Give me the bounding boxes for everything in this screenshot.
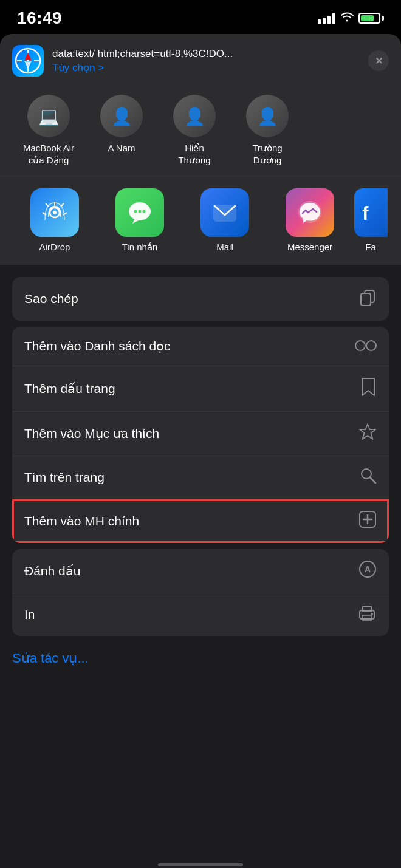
contact-name-anam: A Nam (108, 142, 135, 154)
menu-item-mh-chinh[interactable]: Thêm vào MH chính (12, 499, 389, 543)
svg-line-24 (370, 477, 375, 483)
danh-sach-doc-label: Thêm vào Danh sách đọc (24, 339, 171, 354)
svg-point-9 (53, 211, 57, 214)
svg-marker-6 (24, 52, 32, 61)
muc-ua-thich-label: Thêm vào Mục ưa thích (24, 426, 159, 441)
svg-point-14 (143, 210, 146, 213)
contact-avatar-hienthuong: 👤 (173, 95, 216, 137)
status-bar: 16:49 (0, 0, 401, 34)
app-item-fa[interactable]: f Fa (352, 188, 389, 253)
contact-name-macbook: MacBook Air của Đặng (23, 142, 74, 166)
app-item-tinnhan[interactable]: Tin nhắn (97, 188, 182, 253)
url-bar: data:text/ html;charset=utf-8,%3C!DO... … (0, 34, 401, 85)
svg-text:A: A (365, 564, 371, 574)
fa-app-icon: f (354, 188, 388, 237)
sao-chep-label: Sao chép (24, 292, 78, 306)
app-item-messenger[interactable]: Messenger (267, 188, 352, 253)
dau-trang-label: Thêm dấu trang (24, 381, 115, 396)
menu-item-dau-trang[interactable]: Thêm dấu trang (12, 366, 389, 412)
airdrop-label: AirDrop (39, 242, 70, 252)
menu-item-tim-tren-trang[interactable]: Tìm trên trang (12, 456, 389, 499)
tim-tren-trang-label: Tìm trên trang (24, 470, 105, 485)
menu-item-in[interactable]: In (12, 593, 389, 636)
battery-icon (358, 13, 384, 24)
menu-group-2: Thêm vào Danh sách đọc Thêm dấu trang Th… (12, 327, 389, 543)
reading-list-icon (355, 338, 377, 355)
wifi-icon (340, 11, 354, 25)
mh-chinh-label: Thêm vào MH chính (24, 514, 139, 528)
contact-avatar-anam: 👤 (100, 95, 143, 137)
home-indicator (158, 863, 243, 866)
svg-text:f: f (362, 202, 369, 224)
share-sheet: data:text/ html;charset=utf-8,%3C!DO... … (0, 34, 401, 868)
svg-marker-22 (360, 424, 375, 439)
contact-name-hienthuong: Hiển Thương (178, 142, 210, 166)
print-icon (357, 604, 377, 625)
menu-item-sao-chep[interactable]: Sao chép (12, 277, 389, 321)
copy-icon (358, 288, 377, 310)
tinnhan-app-icon (115, 188, 164, 237)
menu-group-3: Đánh dấu A In (12, 549, 389, 636)
url-option[interactable]: Tùy chọn > (52, 62, 104, 73)
mail-label: Mail (216, 242, 233, 252)
contact-item[interactable]: 💻 MacBook Air của Đặng (12, 95, 85, 166)
fa-label: Fa (365, 242, 376, 252)
svg-point-12 (134, 210, 137, 213)
svg-rect-19 (361, 293, 371, 306)
status-icons (318, 12, 384, 25)
app-row: AirDrop Tin nhắn (0, 176, 401, 265)
mail-app-icon (200, 188, 249, 237)
status-time: 16:49 (17, 9, 62, 28)
search-icon (360, 467, 377, 488)
menu-item-muc-ua-thich[interactable]: Thêm vào Mục ưa thích (12, 412, 389, 456)
svg-marker-7 (24, 61, 32, 69)
close-button[interactable] (368, 50, 389, 71)
contact-avatar-truongduong: 👤 (246, 95, 289, 137)
signal-icon (318, 12, 335, 24)
contact-item[interactable]: 👤 Trường Dương (231, 95, 304, 166)
messenger-app-icon (286, 188, 334, 237)
svg-point-20 (355, 341, 365, 350)
app-item-airdrop[interactable]: AirDrop (12, 188, 97, 253)
svg-point-21 (366, 341, 376, 350)
contact-avatar-macbook: 💻 (27, 95, 70, 137)
edit-actions-button[interactable]: Sửa tác vụ... (12, 651, 89, 666)
contact-name-truongduong: Trường Dương (252, 142, 282, 166)
app-item-mail[interactable]: Mail (182, 188, 267, 253)
danh-dau-label: Đánh dấu (24, 564, 80, 578)
bookmark-icon (360, 377, 377, 400)
menu-item-danh-dau[interactable]: Đánh dấu A (12, 549, 389, 593)
contacts-row: 💻 MacBook Air của Đặng 👤 A Nam 👤 Hiển Th… (0, 85, 401, 176)
in-label: In (24, 607, 35, 622)
markup-icon: A (358, 560, 377, 582)
star-icon (358, 423, 377, 445)
svg-point-1 (27, 60, 29, 62)
contact-item[interactable]: 👤 A Nam (85, 95, 158, 166)
svg-point-33 (371, 613, 373, 615)
contact-item[interactable]: 👤 Hiển Thương (158, 95, 231, 166)
menu-item-danh-sach-doc[interactable]: Thêm vào Danh sách đọc (12, 327, 389, 366)
edit-actions: Sửa tác vụ... (0, 642, 401, 685)
url-main: data:text/ html;charset=utf-8,%3C!DO... (52, 47, 360, 61)
svg-point-13 (139, 210, 142, 213)
url-text: data:text/ html;charset=utf-8,%3C!DO... … (52, 47, 360, 73)
tinnhan-label: Tin nhắn (122, 242, 157, 253)
add-to-home-icon (358, 510, 377, 532)
messenger-label: Messenger (287, 242, 332, 252)
safari-icon (12, 45, 44, 77)
menu-group-1: Sao chép (12, 277, 389, 321)
airdrop-app-icon (30, 188, 79, 237)
